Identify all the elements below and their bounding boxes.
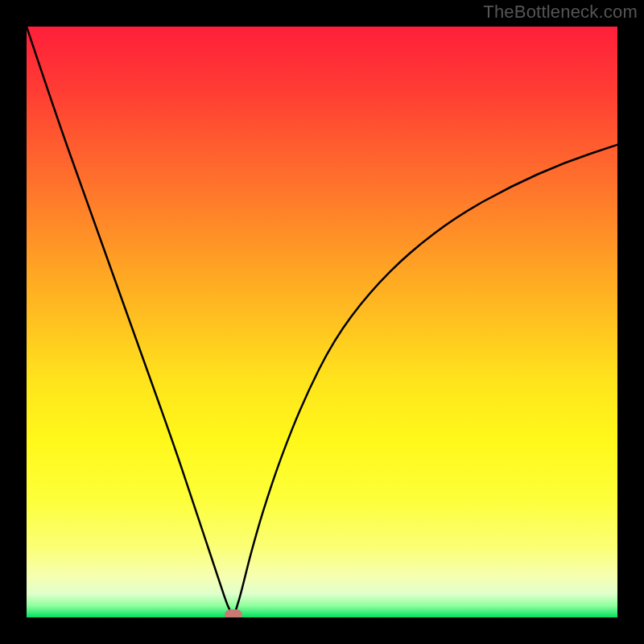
optimum-marker xyxy=(225,609,242,617)
chart-frame: TheBottleneck.com xyxy=(0,0,644,644)
bottleneck-curve xyxy=(27,27,617,617)
plot-area xyxy=(27,27,617,617)
watermark-label: TheBottleneck.com xyxy=(483,2,638,23)
